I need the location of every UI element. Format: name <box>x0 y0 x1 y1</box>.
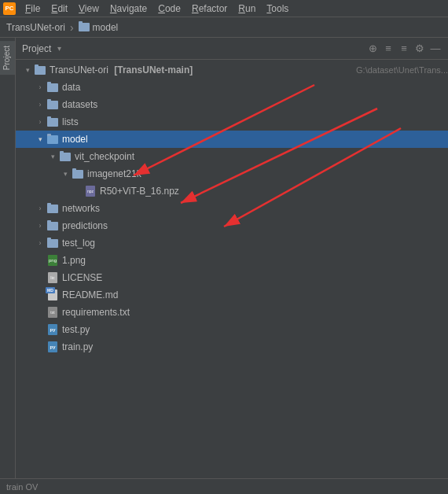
tree-item-requirements[interactable]: txt requirements.txt <box>16 304 448 321</box>
r50-label: R50+ViT-B_16.npz <box>100 186 448 197</box>
trainpy-label: train.py <box>62 341 448 352</box>
license-file-icon: lic <box>46 271 59 284</box>
predictions-label: predictions <box>62 220 448 231</box>
side-tab-project[interactable]: Project <box>0 41 15 75</box>
imagenet-label: imagenet21k <box>87 168 448 179</box>
data-folder-icon <box>46 81 59 94</box>
bottom-text: train OV <box>6 482 38 492</box>
test-log-folder-icon <box>46 237 59 249</box>
dropdown-arrow[interactable]: ▾ <box>57 44 61 53</box>
breadcrumb-separator: › <box>70 21 74 34</box>
tree-item-networks[interactable]: › networks <box>16 200 448 217</box>
menu-tools[interactable]: Tools <box>262 2 293 16</box>
menu-view[interactable]: View <box>74 2 104 16</box>
breadcrumb-current: model <box>93 22 119 33</box>
tree-item-readme[interactable]: MD README.md <box>16 286 448 304</box>
datasets-folder-icon <box>46 98 59 111</box>
imagenet-folder-icon <box>72 168 84 180</box>
menu-run[interactable]: Run <box>233 2 260 16</box>
test-log-expand-arrow: › <box>35 238 46 249</box>
networks-label: networks <box>62 203 448 214</box>
tree-item-model[interactable]: ▾ model <box>16 131 448 148</box>
tree-item-trainpy[interactable]: py train.py <box>16 338 448 356</box>
file-tree: ▾ TransUNet-ori [TransUNet-main] G:\data… <box>16 60 448 494</box>
datasets-label: datasets <box>62 99 448 110</box>
readme-label: README.md <box>62 289 448 300</box>
main-container: Project Project ▾ ⊕ ≡ ≡ ⚙ — ▾ <box>0 38 448 494</box>
data-expand-arrow: › <box>35 82 46 93</box>
tree-item-1png[interactable]: png 1.png <box>16 252 448 269</box>
testpy-file-icon: py <box>46 323 59 336</box>
tree-item-test-log[interactable]: › test_log <box>16 234 448 252</box>
tree-item-license[interactable]: lic LICENSE <box>16 269 448 286</box>
root-folder-icon <box>34 64 46 76</box>
tree-item-lists[interactable]: › lists <box>16 113 448 131</box>
menu-code[interactable]: Code <box>153 2 185 16</box>
lists-folder-icon <box>46 116 59 128</box>
tree-item-testpy[interactable]: py test.py <box>16 321 448 338</box>
model-label: model <box>62 134 448 145</box>
tree-root[interactable]: ▾ TransUNet-ori [TransUNet-main] G:\data… <box>16 61 448 79</box>
lists-label: lists <box>62 116 448 127</box>
side-tab: Project <box>0 38 16 494</box>
vit-label: vit_checkpoint <box>75 151 448 162</box>
collapse-icon[interactable]: — <box>429 42 442 55</box>
model-folder-icon <box>46 133 59 146</box>
root-expand-arrow: ▾ <box>22 65 33 76</box>
datasets-expand-arrow: › <box>35 99 46 110</box>
locate-file-icon[interactable]: ⊕ <box>366 42 379 55</box>
tree-item-vit-checkpoint[interactable]: ▾ vit_checkpoint <box>16 148 448 165</box>
scroll-up-icon[interactable]: ≡ <box>382 42 395 55</box>
model-expand-arrow: ▾ <box>35 134 46 145</box>
menu-edit[interactable]: Edit <box>46 2 72 16</box>
trainpy-file-icon: py <box>46 341 59 353</box>
breadcrumb-folder-icon <box>79 23 90 31</box>
tree-item-predictions[interactable]: › predictions <box>16 217 448 234</box>
txt-file-icon: txt <box>46 306 59 319</box>
root-path: G:\dataset\Unet\Trans... <box>356 65 448 75</box>
menu-navigate[interactable]: Navigate <box>105 2 152 16</box>
tree-item-imagenet21k[interactable]: ▾ imagenet21k <box>16 165 448 182</box>
data-label: data <box>62 82 448 93</box>
networks-folder-icon <box>46 202 59 215</box>
predictions-expand-arrow: › <box>35 220 46 231</box>
req-label: requirements.txt <box>62 307 448 318</box>
menu-bar: PC File Edit View Navigate Code Refactor… <box>0 0 448 17</box>
predictions-folder-icon <box>46 219 59 232</box>
app-logo: PC <box>3 2 16 15</box>
npz-file-icon: npz <box>84 185 97 197</box>
md-file-icon: MD <box>46 289 59 301</box>
settings-icon[interactable]: ⚙ <box>413 42 426 55</box>
scroll-down-icon[interactable]: ≡ <box>398 42 410 55</box>
root-label: TransUNet-ori [TransUNet-main] <box>50 65 351 76</box>
menu-file[interactable]: File <box>20 2 45 16</box>
project-toolbar: Project ▾ ⊕ ≡ ≡ ⚙ — <box>16 38 448 60</box>
app-container: PC File Edit View Navigate Code Refactor… <box>0 0 448 494</box>
networks-expand-arrow: › <box>35 203 46 214</box>
tree-item-datasets[interactable]: › datasets <box>16 96 448 113</box>
lists-expand-arrow: › <box>35 116 46 127</box>
png-label: 1.png <box>62 255 448 266</box>
png-file-icon: png <box>46 254 59 267</box>
testpy-label: test.py <box>62 324 448 335</box>
tree-item-r50-npz[interactable]: npz R50+ViT-B_16.npz <box>16 182 448 200</box>
bottom-bar: train OV <box>0 478 448 494</box>
vit-expand-arrow: ▾ <box>47 151 58 162</box>
breadcrumb-project[interactable]: TransUNet-ori <box>6 22 65 33</box>
tree-item-data[interactable]: › data <box>16 79 448 96</box>
imagenet-expand-arrow: ▾ <box>60 168 71 179</box>
menu-refactor[interactable]: Refactor <box>187 2 232 16</box>
vit-folder-icon <box>59 150 72 163</box>
test-log-label: test_log <box>62 238 448 249</box>
breadcrumb: TransUNet-ori › model <box>0 17 448 38</box>
project-title: Project <box>22 43 51 54</box>
license-label: LICENSE <box>62 272 448 283</box>
project-panel: Project ▾ ⊕ ≡ ≡ ⚙ — ▾ TransUNet-or <box>16 38 448 494</box>
